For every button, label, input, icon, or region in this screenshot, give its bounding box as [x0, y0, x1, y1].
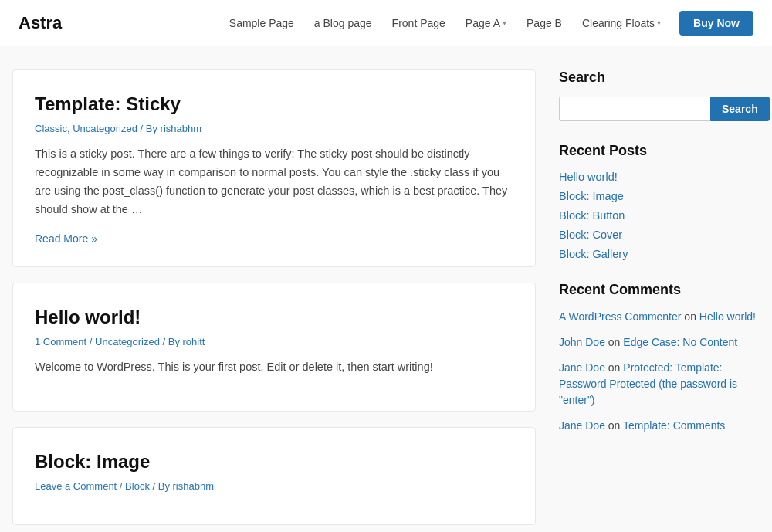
post-card-sticky: Template: Sticky Classic, Uncategorized … [12, 69, 536, 267]
post-meta-leave-comment-link[interactable]: Leave a Comment [35, 480, 117, 492]
recent-post-link-4[interactable]: Block: Cover [559, 229, 622, 241]
recent-post-link-3[interactable]: Block: Button [559, 209, 625, 222]
comment-author-link-4[interactable]: Jane Doe [559, 419, 605, 432]
post-excerpt-hello-world: Welcome to WordPress. This is your first… [35, 358, 513, 377]
recent-comments-widget: Recent Comments A WordPress Commenter on… [559, 282, 760, 434]
recent-posts-list: Hello world! Block: Image Block: Button … [559, 170, 760, 260]
post-meta-hello-world: 1 Comment / Uncategorized / By rohitt [35, 336, 513, 347]
search-button[interactable]: Search [710, 97, 770, 121]
read-more-sticky[interactable]: Read More » [35, 232, 97, 245]
site-content: Template: Sticky Classic, Uncategorized … [0, 46, 772, 532]
post-meta-classic-link[interactable]: Classic [35, 123, 67, 134]
nav-item-clearing-floats-label: Clearing Floats [582, 17, 655, 29]
recent-comments-title: Recent Comments [559, 282, 760, 298]
post-meta-sticky: Classic, Uncategorized / By rishabhm [35, 123, 513, 134]
post-title-block-image: Block: Image [35, 451, 513, 473]
post-meta-block-image: Leave a Comment / Block / By rishabhm [35, 480, 513, 492]
post-meta-block-link[interactable]: Block [125, 480, 150, 492]
comment-author-link-2[interactable]: John Doe [559, 336, 605, 348]
nav-item-sample-page[interactable]: Sample Page [222, 12, 302, 34]
post-title-sticky: Template: Sticky [35, 93, 513, 115]
post-meta-uncategorized-link-2[interactable]: Uncategorized [95, 336, 160, 347]
post-meta-author-rohitt[interactable]: rohitt [183, 336, 205, 347]
nav-item-page-b[interactable]: Page B [519, 12, 570, 34]
site-logo[interactable]: Astra [19, 13, 62, 33]
list-item: Block: Gallery [559, 247, 760, 260]
nav-item-page-a[interactable]: Page A ▾ [458, 12, 514, 34]
recent-post-link-2[interactable]: Block: Image [559, 190, 624, 202]
list-item: Hello world! [559, 170, 760, 183]
post-title-hello-world: Hello world! [35, 307, 513, 328]
recent-post-link-5[interactable]: Block: Gallery [559, 248, 628, 260]
comment-post-link-2[interactable]: Edge Case: No Content [623, 336, 737, 348]
recent-posts-title: Recent Posts [559, 143, 760, 159]
nav-item-clearing-floats[interactable]: Clearing Floats ▾ [574, 12, 669, 34]
post-card-block-image: Block: Image Leave a Comment / Block / B… [12, 427, 536, 525]
main-content: Template: Sticky Classic, Uncategorized … [12, 69, 536, 532]
recent-post-link-1[interactable]: Hello world! [559, 171, 618, 183]
nav-item-blog-page[interactable]: a Blog page [306, 12, 380, 34]
search-row: Search [559, 97, 760, 121]
post-meta-author-rishabhm[interactable]: rishabhm [161, 123, 201, 134]
nav-item-front-page[interactable]: Front Page [384, 12, 453, 34]
comment-author-link-1[interactable]: A WordPress Commenter [559, 310, 681, 323]
comment-item-4: Jane Doe on Template: Comments [559, 418, 760, 434]
chevron-down-icon-2: ▾ [657, 19, 661, 27]
comment-item-2: John Doe on Edge Case: No Content [559, 334, 760, 351]
comment-post-link-4[interactable]: Template: Comments [623, 419, 725, 432]
comment-item-1: A WordPress Commenter on Hello world! [559, 309, 760, 325]
buy-now-button[interactable]: Buy Now [679, 11, 753, 36]
chevron-down-icon: ▾ [503, 19, 506, 27]
main-nav: Sample Page a Blog page Front Page Page … [222, 11, 753, 36]
site-header: Astra Sample Page a Blog page Front Page… [0, 0, 772, 46]
sidebar: Search Search Recent Posts Hello world! … [559, 69, 760, 532]
post-excerpt-sticky: This is a sticky post. There are a few t… [35, 145, 513, 219]
search-input[interactable] [559, 97, 710, 121]
nav-item-page-a-label: Page A [466, 17, 500, 29]
search-widget: Search Search [559, 69, 760, 121]
post-meta-author-rishabhm-2[interactable]: rishabhm [173, 480, 214, 492]
comment-author-link-3[interactable]: Jane Doe [559, 361, 605, 374]
list-item: Block: Button [559, 208, 760, 222]
comment-item-3: Jane Doe on Protected: Template: Passwor… [559, 360, 760, 408]
list-item: Block: Image [559, 189, 760, 202]
recent-posts-widget: Recent Posts Hello world! Block: Image B… [559, 143, 760, 260]
comment-post-link-1[interactable]: Hello world! [699, 310, 756, 323]
post-card-hello-world: Hello world! 1 Comment / Uncategorized /… [12, 283, 536, 412]
list-item: Block: Cover [559, 228, 760, 241]
search-widget-title: Search [559, 69, 760, 86]
post-meta-uncategorized-link[interactable]: Uncategorized [73, 123, 137, 134]
post-meta-comment-link[interactable]: 1 Comment [35, 336, 86, 347]
